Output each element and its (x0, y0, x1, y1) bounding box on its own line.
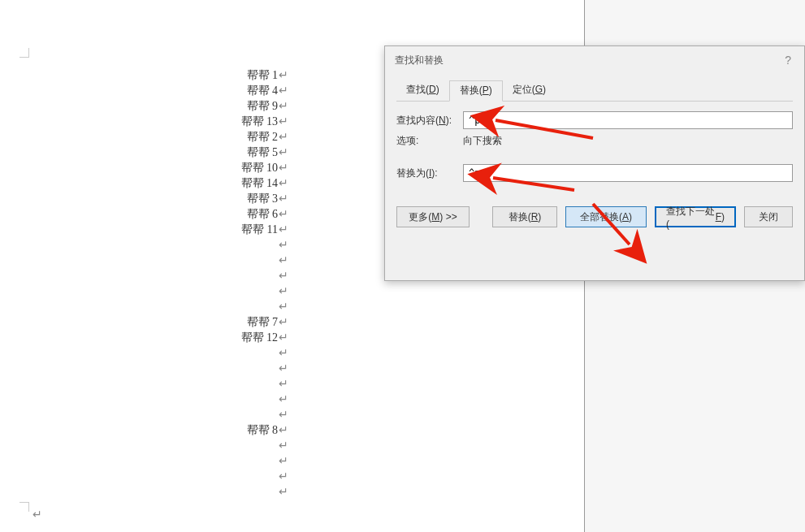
document-line[interactable]: ↵ (32, 253, 292, 268)
paragraph-mark-icon: ↵ (279, 301, 288, 313)
document-line[interactable]: ↵ (32, 283, 292, 299)
paragraph-mark-icon: ↵ (279, 362, 288, 374)
replace-label: 替换为(I): (396, 167, 463, 180)
page-margin-topleft (19, 48, 29, 58)
paragraph-mark-icon: ↵ (279, 470, 288, 482)
paragraph-mark-icon: ↵ (279, 409, 288, 421)
find-row: 查找内容(N): (396, 111, 793, 129)
paragraph-mark-icon: ↵ (279, 393, 288, 405)
options-label: 选项: (396, 134, 463, 148)
paragraph-mark-icon: ↵ (279, 223, 288, 236)
find-next-button[interactable]: 查找下一处(F) (655, 206, 736, 227)
tabs: 查找(D) 替换(P) 定位(G) (396, 80, 793, 102)
document-line[interactable]: 帮帮 2↵ (32, 129, 292, 145)
tab-find-label: 查找(D) (406, 83, 439, 97)
document-line[interactable]: ↵ (32, 391, 292, 407)
dialog-body: 查找(D) 替换(P) 定位(G) 查找内容(N): 选项: 向下搜索 替换为(… (385, 74, 804, 239)
replace-all-button[interactable]: 全部替换(A) (565, 206, 647, 227)
paragraph-mark-icon: ↵ (279, 162, 288, 174)
paragraph-mark-icon: ↵ (279, 115, 288, 128)
options-value: 向下搜索 (463, 134, 502, 148)
options-row: 选项: 向下搜索 (396, 134, 793, 148)
paragraph-mark-icon: ↵ (279, 254, 288, 266)
page-margin-bottomleft (19, 502, 29, 512)
document-line[interactable]: ↵ (32, 407, 292, 422)
document-line[interactable]: ↵ (32, 376, 292, 391)
document-line[interactable]: 帮帮 14↵ (32, 175, 292, 191)
document-line[interactable]: 帮帮 8↵ (32, 422, 292, 438)
document-line[interactable]: 帮帮 11↵ (32, 222, 292, 237)
document-line[interactable]: 帮帮 4↵ (32, 83, 292, 98)
tab-find[interactable]: 查找(D) (396, 80, 449, 101)
find-replace-dialog: 查找和替换 ? 查找(D) 替换(P) 定位(G) 查找内容(N): 选项: 向… (384, 45, 805, 281)
close-button[interactable]: 关闭 (744, 206, 793, 227)
dialog-titlebar[interactable]: 查找和替换 ? (385, 46, 804, 74)
document-line[interactable]: ↵ (32, 469, 292, 484)
paragraph-mark-icon: ↵ (279, 424, 288, 436)
paragraph-mark-icon: ↵ (279, 69, 288, 81)
paragraph-mark-icon: ↵ (279, 316, 288, 328)
paragraph-mark-icon: ↵ (279, 331, 288, 344)
document-line[interactable]: ↵ (32, 237, 292, 253)
paragraph-mark-icon: ↵ (279, 378, 288, 390)
paragraph-mark-icon: ↵ (279, 439, 288, 452)
document-line[interactable]: ↵ (32, 361, 292, 376)
help-button[interactable]: ? (785, 54, 791, 67)
tab-replace-label: 替换(P) (460, 84, 492, 97)
paragraph-mark-icon: ↵ (279, 239, 288, 251)
paragraph-mark-icon: ↵ (279, 347, 288, 359)
paragraph-mark-icon: ↵ (279, 285, 288, 297)
document-line[interactable]: 帮帮 10↵ (32, 160, 292, 175)
document-line[interactable]: 帮帮 1↵ (32, 67, 292, 83)
document-line[interactable]: 帮帮 13↵ (32, 114, 292, 129)
paragraph-mark-icon: ↵ (279, 486, 288, 498)
paragraph-mark-icon: ↵ (279, 270, 288, 282)
document-line[interactable]: ↵ (32, 453, 292, 469)
document-line[interactable]: 帮帮 7↵ (32, 314, 292, 330)
document-line[interactable]: 帮帮 12↵ (32, 330, 292, 345)
paragraph-mark-icon: ↵ (279, 455, 288, 467)
document-line[interactable]: ↵ (32, 299, 292, 314)
paragraph-mark-icon: ↵ (279, 208, 288, 220)
tab-goto[interactable]: 定位(G) (503, 80, 556, 101)
tab-goto-label: 定位(G) (513, 83, 546, 97)
dialog-title: 查找和替换 (395, 54, 444, 67)
document-line[interactable]: ↵ (32, 484, 292, 500)
document-content[interactable]: 帮帮 1↵帮帮 4↵帮帮 9↵帮帮 13↵帮帮 2↵帮帮 5↵帮帮 10↵帮帮 … (32, 67, 292, 500)
document-line[interactable]: 帮帮 9↵ (32, 98, 292, 114)
buttons-row: 更多(M) >> 替换(R) 全部替换(A) 查找下一处(F) 关闭 (396, 206, 793, 227)
paragraph-mark-icon: ↵ (279, 192, 288, 205)
replace-row: 替换为(I): (396, 164, 793, 182)
document-line[interactable]: ↵ (32, 345, 292, 361)
find-label: 查找内容(N): (396, 114, 463, 128)
paragraph-mark-icon: ↵ (279, 146, 288, 158)
paragraph-mark-icon: ↵ (279, 177, 288, 189)
replace-input[interactable] (463, 164, 793, 182)
tab-replace[interactable]: 替换(P) (449, 80, 503, 102)
more-button[interactable]: 更多(M) >> (396, 206, 470, 227)
find-input[interactable] (463, 111, 793, 129)
replace-button[interactable]: 替换(R) (492, 206, 557, 227)
end-paragraph-mark: ↵ (32, 508, 42, 521)
paragraph-mark-icon: ↵ (279, 131, 288, 143)
document-line[interactable]: 帮帮 6↵ (32, 206, 292, 222)
document-line[interactable]: 帮帮 5↵ (32, 145, 292, 160)
paragraph-mark-icon: ↵ (279, 100, 288, 112)
paragraph-mark-icon: ↵ (279, 84, 288, 97)
document-line[interactable]: 帮帮 3↵ (32, 191, 292, 206)
document-line[interactable]: ↵ (32, 268, 292, 283)
document-line[interactable]: ↵ (32, 438, 292, 453)
